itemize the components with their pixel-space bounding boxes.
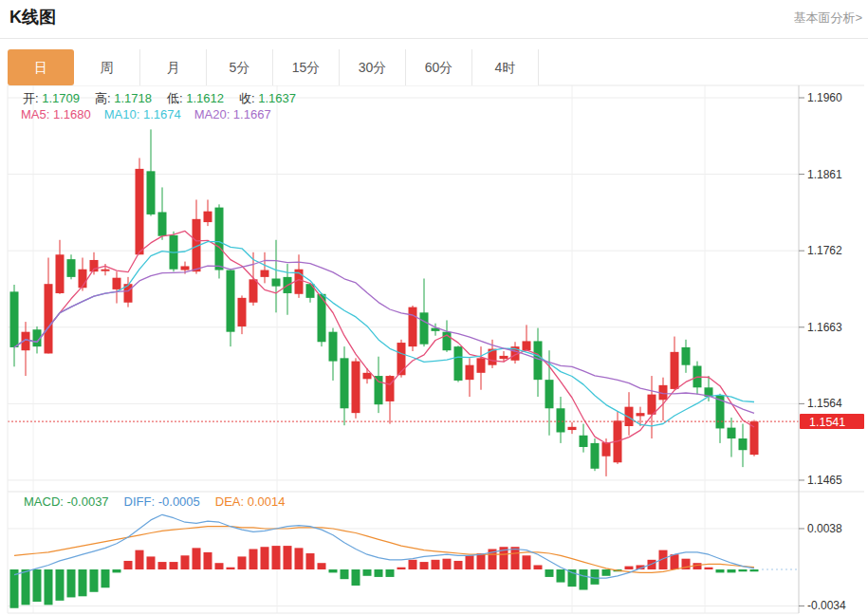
- legend-item: 高: 1.1718: [95, 90, 152, 107]
- period-tabs: 日周月5分15分30分60分4时: [8, 49, 539, 85]
- period-tab[interactable]: 5分: [207, 49, 273, 85]
- period-tab[interactable]: 周: [74, 49, 140, 85]
- period-tab[interactable]: 4时: [472, 49, 539, 85]
- period-tab[interactable]: 60分: [406, 49, 472, 85]
- header-divider: [0, 38, 868, 39]
- candles: [10, 129, 759, 476]
- fundamental-analysis-link[interactable]: 基本面分析>: [793, 9, 862, 27]
- period-tab[interactable]: 15分: [273, 49, 340, 85]
- svg-text:-0.0034: -0.0034: [807, 599, 846, 612]
- page-title: K线图: [9, 6, 56, 28]
- legend-item: 开: 1.1709: [23, 90, 80, 107]
- ma-lines: [14, 231, 754, 443]
- macd-legend: MACD: -0.0037DIFF: -0.0005DEA: 0.0014: [24, 494, 286, 509]
- period-tab[interactable]: 日: [8, 49, 74, 85]
- legend-item: MA20: 1.1667: [194, 107, 271, 121]
- period-tab[interactable]: 30分: [340, 49, 406, 85]
- legend-item: DIFF: -0.0005: [124, 494, 200, 509]
- svg-text:0.0038: 0.0038: [807, 522, 842, 535]
- svg-text:1.1564: 1.1564: [807, 397, 842, 410]
- legend-item: 低: 1.1612: [167, 90, 224, 107]
- svg-text:1.1541: 1.1541: [809, 416, 845, 429]
- legend-item: MACD: -0.0037: [24, 494, 109, 509]
- ohlc-legend: 开: 1.1709高: 1.1718低: 1.1612收: 1.1637: [23, 90, 296, 107]
- legend-item: MA5: 1.1680: [21, 107, 91, 121]
- legend-item: 收: 1.1637: [239, 90, 296, 107]
- chart-borders: [8, 85, 864, 613]
- current-price-tag: 1.1541: [800, 414, 864, 429]
- svg-text:1.1465: 1.1465: [807, 474, 842, 487]
- svg-text:1.1762: 1.1762: [807, 244, 842, 257]
- ma-legend: MA5: 1.1680MA10: 1.1674MA20: 1.1667: [21, 107, 271, 121]
- svg-text:1.1861: 1.1861: [807, 168, 842, 181]
- svg-text:1.1663: 1.1663: [807, 321, 842, 334]
- period-tab[interactable]: 月: [140, 49, 207, 85]
- macd-histogram: [10, 546, 759, 608]
- legend-item: DEA: 0.0014: [215, 494, 286, 509]
- macd-axis-labels: 0.0038-0.0034: [799, 522, 846, 612]
- legend-item: MA10: 1.1674: [104, 107, 181, 121]
- svg-text:1.1960: 1.1960: [807, 91, 842, 104]
- kline-widget: K线图 基本面分析> 日周月5分15分30分60分4时 开: 1.1709高: …: [0, 0, 868, 615]
